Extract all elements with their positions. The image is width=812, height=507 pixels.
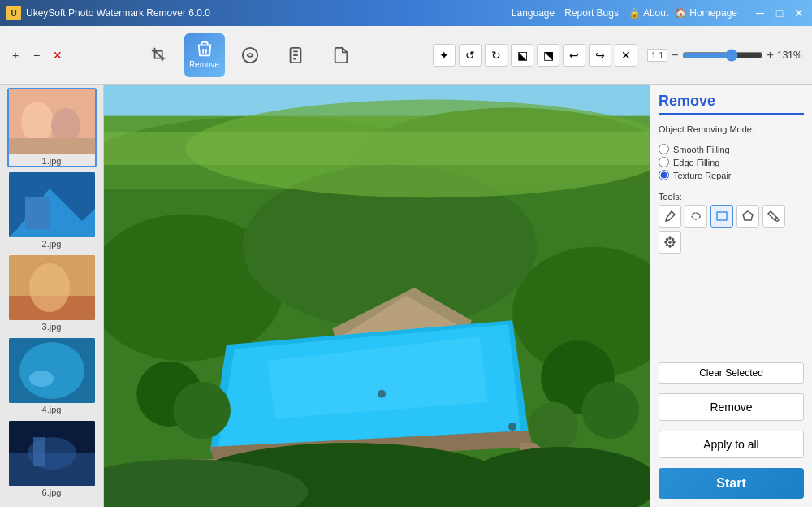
rect-select-tool-button[interactable] (710, 205, 733, 228)
remove-tool-label: Remove (189, 60, 219, 69)
zoom-percent-label: 131% (777, 50, 806, 61)
thumbnail-item-6[interactable]: 6.jpg (7, 419, 97, 499)
thumbnail-label-1: 1.jpg (9, 156, 95, 166)
svg-point-40 (582, 382, 639, 439)
app-title: UkeySoft Photo Watermark Remover 6.0.0 (26, 7, 210, 19)
start-button[interactable]: Start (659, 468, 804, 499)
retouch-tool-button[interactable] (230, 33, 270, 77)
flip-v-button[interactable]: ⬔ (537, 44, 559, 67)
edge-filling-option[interactable]: Edge Filling (659, 157, 804, 167)
object-removing-mode-label: Object Removing Mode: (659, 124, 804, 134)
homepage-button[interactable]: 🏠 Homepage (675, 7, 737, 19)
svg-point-59 (672, 239, 674, 240)
lock-icon: 🔒 (628, 7, 641, 19)
thumbnail-item-2[interactable]: 2.jpg (7, 171, 97, 250)
thumbnail-image-6 (9, 421, 95, 486)
title-bar-right: Language Report Bugs 🔒 About 🏠 Homepage … (512, 6, 806, 20)
thumbnail-image-3 (9, 255, 95, 320)
tools-section: Tools: (659, 192, 804, 254)
undo-button[interactable]: ↩ (563, 44, 585, 67)
remove-tool-button[interactable]: Remove (184, 33, 225, 77)
apply-to-all-button[interactable]: Apply to all (659, 431, 804, 458)
tools-label: Tools: (659, 192, 804, 202)
edge-filling-radio[interactable] (659, 157, 669, 167)
zoom-ratio-label: 1:1 (647, 49, 667, 62)
svg-point-46 (508, 422, 516, 431)
svg-point-58 (672, 245, 674, 246)
redo-button[interactable]: ↪ (589, 44, 611, 67)
right-panel-title: Remove (659, 93, 804, 115)
home-icon: 🏠 (675, 7, 687, 19)
minimize-button[interactable]: ─ (754, 6, 767, 20)
rotate-right-button[interactable]: ↻ (485, 44, 508, 67)
main-tools: Remove (76, 33, 423, 77)
report-bugs-link[interactable]: Report Bugs (564, 7, 619, 19)
polygon-tool-button[interactable] (736, 205, 759, 228)
remove-button[interactable]: Remove (659, 393, 804, 421)
canvas-area[interactable] (104, 84, 650, 507)
brush-tool-button[interactable] (659, 205, 681, 228)
texture-repair-option[interactable]: Texture Repair (659, 170, 804, 180)
svg-point-54 (669, 245, 671, 247)
svg-point-16 (29, 370, 54, 387)
thumbnail-image-4 (9, 338, 95, 403)
svg-rect-20 (33, 437, 45, 466)
maximize-button[interactable]: □ (773, 6, 786, 20)
thumbnail-image-2 (9, 172, 95, 237)
about-home-group: 🔒 About 🏠 Homepage (628, 7, 737, 19)
smooth-filling-option[interactable]: Smooth Filling (659, 144, 804, 154)
svg-point-53 (669, 237, 671, 239)
magic-select-button[interactable]: ✦ (433, 44, 456, 67)
zoom-minus-icon[interactable]: − (671, 48, 678, 63)
texture-repair-label: Texture Repair (673, 171, 732, 180)
thumbnail-panel: 1.jpg 2.jpg 3.jpg (0, 84, 104, 507)
zoom-slider[interactable] (682, 49, 763, 62)
close-button[interactable]: ✕ (793, 6, 806, 20)
flip-h-button[interactable]: ⬕ (511, 44, 533, 67)
close-file-button[interactable]: ✕ (49, 46, 67, 64)
zoom-plus-icon[interactable]: + (767, 48, 774, 63)
denoise-tool-button[interactable] (321, 33, 361, 77)
lasso-tool-button[interactable] (685, 205, 707, 228)
svg-rect-50 (717, 212, 727, 220)
texture-repair-radio[interactable] (659, 170, 669, 180)
svg-point-56 (673, 241, 675, 243)
window-controls: ─ □ ✕ (754, 6, 806, 20)
svg-point-57 (667, 239, 668, 240)
svg-point-38 (174, 382, 231, 439)
smooth-filling-label: Smooth Filling (673, 145, 730, 154)
toolbar-file-buttons: + − ✕ (6, 46, 67, 64)
add-file-button[interactable]: + (6, 46, 24, 64)
language-link[interactable]: Language (512, 7, 555, 19)
zoom-controls: 1:1 − + 131% (647, 48, 806, 63)
title-bar-left: U UkeySoft Photo Watermark Remover 6.0.0 (6, 6, 210, 20)
landscape-image (104, 84, 650, 507)
pattern-tool-button[interactable] (659, 231, 681, 254)
app-icon: U (6, 6, 21, 20)
svg-point-15 (19, 342, 84, 399)
svg-point-5 (21, 102, 54, 142)
edge-filling-label: Edge Filling (673, 158, 719, 167)
clear-selected-button[interactable]: Clear Selected (659, 362, 804, 384)
cancel-button[interactable]: ✕ (615, 44, 637, 67)
thumbnail-item-4[interactable]: 4.jpg (7, 336, 97, 416)
right-panel: Remove Object Removing Mode: Smooth Fill… (650, 84, 812, 507)
thumbnail-item-1[interactable]: 1.jpg (7, 88, 97, 167)
svg-point-60 (667, 245, 668, 246)
remove-file-button[interactable]: − (28, 46, 45, 64)
svg-rect-7 (9, 138, 95, 154)
rotate-left-button[interactable]: ↺ (459, 44, 482, 67)
smooth-filling-radio[interactable] (659, 144, 669, 154)
crop-tool-button[interactable] (139, 33, 179, 77)
thumbnail-item-3[interactable]: 3.jpg (7, 254, 97, 333)
toolbar: + − ✕ Remove (0, 26, 812, 84)
svg-point-41 (529, 402, 577, 451)
paint-bucket-tool-button[interactable] (762, 205, 785, 228)
svg-rect-10 (25, 197, 50, 229)
about-button[interactable]: 🔒 About (628, 7, 668, 19)
svg-marker-51 (743, 211, 753, 220)
clone-tool-button[interactable] (275, 33, 316, 77)
edit-tools: ✦ ↺ ↻ ⬕ ⬔ ↩ ↪ ✕ (433, 44, 637, 67)
main-content: 1.jpg 2.jpg 3.jpg (0, 84, 812, 507)
svg-point-49 (692, 213, 700, 219)
